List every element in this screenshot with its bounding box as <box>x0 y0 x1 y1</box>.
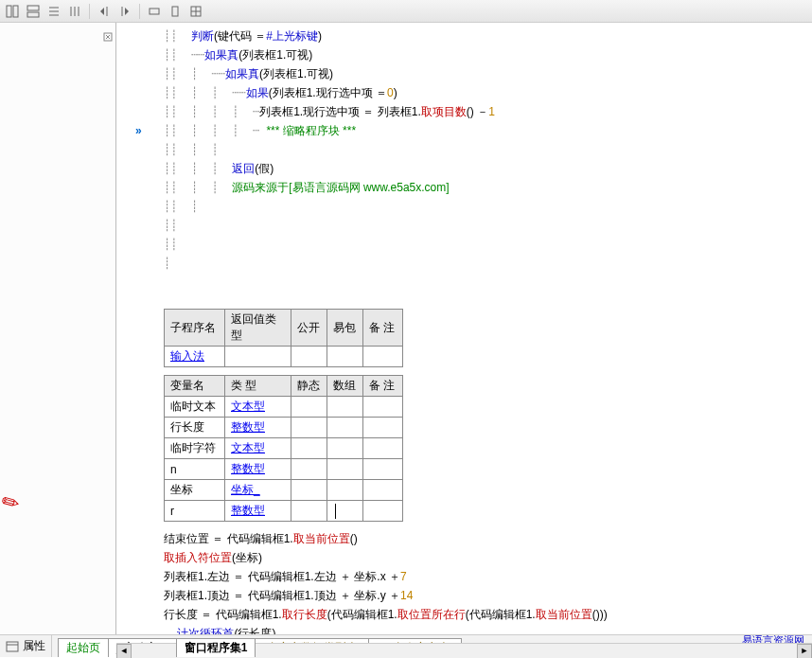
svg-rect-20 <box>7 642 18 651</box>
tb-btn-2[interactable] <box>25 3 42 20</box>
table-row[interactable]: 行长度整数型 <box>165 418 403 438</box>
tb-btn-6[interactable] <box>116 3 133 20</box>
main-area: ✎ ┊┊ 判断 (键代码 ＝ #上光标键) ┊┊ ┄┄如果真 (列表框1.可视)… <box>0 23 812 634</box>
properties-label: 属性 <box>23 638 45 654</box>
tb-btn-8[interactable] <box>167 3 184 20</box>
th-remark: 备 注 <box>363 310 403 347</box>
code-line[interactable]: ┊┊ 判断 (键代码 ＝ #上光标键) <box>164 27 812 45</box>
table-row[interactable]: n整数型 <box>165 459 403 480</box>
svg-rect-12 <box>150 9 159 14</box>
scroll-right-btn[interactable]: ► <box>797 644 812 658</box>
toolbar <box>0 0 812 23</box>
tb-btn-9[interactable] <box>187 3 204 20</box>
tb-btn-1[interactable] <box>4 3 21 20</box>
variables-table[interactable]: 变量名 类 型 静态 数组 备 注 临时文本文本型 行长度整数型 临时字符文本型… <box>164 375 403 522</box>
properties-icon <box>6 640 19 653</box>
svg-rect-3 <box>27 12 39 17</box>
tab-start[interactable]: 起始页 <box>58 638 109 657</box>
sub-name-cell[interactable]: 输入法 <box>170 349 204 363</box>
code-line[interactable]: ┊┊ ┊ ┊ 源码来源于[易语言源码网 www.e5a5x.com] <box>164 178 812 197</box>
table-row[interactable]: r整数型 <box>165 501 403 522</box>
code-line[interactable]: ┊┊ ┊ ┊ <box>164 140 812 159</box>
table-row[interactable]: 输入法 <box>165 347 403 367</box>
left-panel: ✎ <box>0 23 116 634</box>
tb-sep-1 <box>89 4 90 19</box>
code-line[interactable]: ┊┊ ┊ ┊ 返回 (假) <box>164 159 812 178</box>
tab-window-program[interactable]: 窗口程序集1 <box>176 638 256 657</box>
th-static: 静态 <box>291 376 327 397</box>
th-pkg: 易包 <box>327 310 363 347</box>
svg-rect-1 <box>13 6 18 17</box>
th-array: 数组 <box>327 376 363 397</box>
tb-btn-3[interactable] <box>45 3 62 20</box>
th-var-name: 变量名 <box>165 376 225 397</box>
svg-rect-2 <box>27 6 39 10</box>
code-line[interactable]: ┊┊ ┄┄如果真 (列表框1.可视) <box>164 45 812 64</box>
tb-sep-2 <box>139 4 140 19</box>
th-var-remark: 备 注 <box>363 376 403 397</box>
code-line[interactable]: ┊┊ ┊ ┊ ┊ ┄列表框1.现行选中项 ＝ 列表框1.取项目数 () － 1 <box>164 102 812 121</box>
scroll-left-btn[interactable]: ◄ <box>116 644 132 658</box>
th-public: 公开 <box>291 310 327 347</box>
code-line[interactable]: ┊ <box>164 254 812 273</box>
th-return-type: 返回值类型 <box>225 310 291 347</box>
tb-btn-5[interactable] <box>96 3 113 20</box>
code-line[interactable]: »┊┊ ┊ ┊ ┊ ┄ *** 缩略程序块 *** <box>164 121 812 140</box>
code-line[interactable]: ┊┊ ┊ ┊ ┄┄如果 (列表框1.现行选中项 ＝ 0) <box>164 83 812 102</box>
code-area[interactable]: ┊┊ 判断 (键代码 ＝ #上光标键) ┊┊ ┄┄如果真 (列表框1.可视) ┊… <box>116 23 812 634</box>
text-cursor <box>335 504 336 519</box>
code-line[interactable]: ┊┊ <box>164 216 812 235</box>
code-line[interactable]: ┊┊ <box>164 235 812 254</box>
tb-btn-7[interactable] <box>146 3 163 20</box>
table-row[interactable]: 坐标坐标_ <box>165 480 403 501</box>
table-row[interactable]: 临时字符文本型 <box>165 438 403 459</box>
code-line[interactable]: ┊┊ ┊ ┄┄如果真 (列表框1.可视) <box>164 64 812 83</box>
th-var-type: 类 型 <box>225 376 291 397</box>
panel-close-icon[interactable] <box>103 32 113 42</box>
code-below-tables[interactable]: 结束位置 ＝ 代码编辑框1.取当前位置 () 取插入符位置 (坐标) 列表框1.… <box>164 529 812 634</box>
code-line[interactable]: ┊┊ ┊ <box>164 197 812 216</box>
svg-rect-13 <box>172 7 178 16</box>
properties-button[interactable]: 属性 <box>0 635 52 657</box>
svg-rect-0 <box>7 6 11 17</box>
pencil-icon: ✎ <box>0 488 24 518</box>
th-sub-name: 子程序名 <box>165 310 225 347</box>
table-row[interactable]: 临时文本文本型 <box>165 397 403 418</box>
tb-btn-4[interactable] <box>66 3 83 20</box>
tables-section: 子程序名 返回值类型 公开 易包 备 注 输入法 变量名 类 型 <box>164 309 812 634</box>
subroutine-table[interactable]: 子程序名 返回值类型 公开 易包 备 注 输入法 <box>164 309 403 367</box>
breakpoint-marker[interactable]: » <box>135 124 142 137</box>
